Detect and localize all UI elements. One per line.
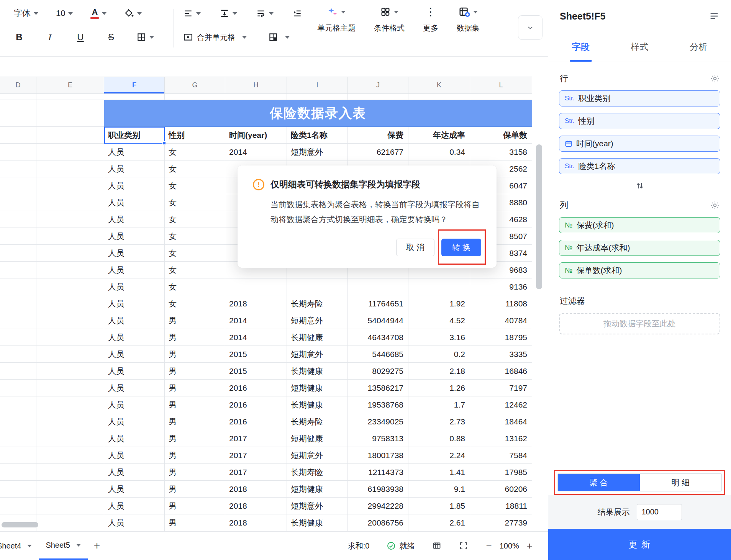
aggregate-toggle-button[interactable]: 聚 合 <box>558 474 640 491</box>
detail-toggle-button[interactable]: 明 细 <box>640 474 722 491</box>
menu-icon[interactable] <box>709 11 720 21</box>
row-field-pill[interactable]: 时间(year) <box>559 136 720 152</box>
cell[interactable] <box>225 94 287 100</box>
row-field-pill[interactable]: Str.险类1名称 <box>559 158 720 174</box>
cell[interactable] <box>0 329 36 346</box>
cell[interactable]: 人员 <box>104 447 165 464</box>
cell[interactable]: 男 <box>165 413 225 430</box>
cell[interactable]: 职业类别 <box>104 127 165 144</box>
gear-icon[interactable] <box>710 201 720 210</box>
zoom-out-button[interactable]: − <box>486 541 492 551</box>
column-field-pill[interactable]: №保费(求和) <box>559 217 720 233</box>
cell[interactable] <box>0 430 36 447</box>
cell[interactable]: 11764651 <box>348 295 408 312</box>
cell[interactable]: 时间(year) <box>225 127 287 144</box>
cell[interactable]: 男 <box>165 346 225 363</box>
cell[interactable] <box>36 396 104 413</box>
cell[interactable]: 18464 <box>470 413 532 430</box>
cell[interactable]: 1.7 <box>408 396 470 413</box>
cell[interactable] <box>470 94 532 100</box>
cell[interactable]: 621677 <box>348 144 408 160</box>
cell[interactable]: 13586217 <box>348 380 408 396</box>
row-field-pill[interactable]: Str.性别 <box>559 113 720 129</box>
cell[interactable]: 61983938 <box>348 481 408 498</box>
cell[interactable]: 女 <box>165 177 225 194</box>
cell[interactable] <box>0 278 36 295</box>
cell[interactable] <box>408 278 470 295</box>
cell[interactable]: 2016 <box>225 413 287 430</box>
cell[interactable]: 2017 <box>225 447 287 464</box>
tab-analysis[interactable]: 分析 <box>669 32 728 62</box>
cell[interactable]: 18795 <box>470 329 532 346</box>
cell[interactable] <box>36 278 104 295</box>
borders-button[interactable] <box>133 28 157 46</box>
cell[interactable] <box>0 396 36 413</box>
indent-button[interactable] <box>289 5 305 22</box>
filter-dropzone[interactable]: 拖动数据字段至此处 <box>559 313 720 334</box>
cell[interactable] <box>287 94 348 100</box>
cell[interactable] <box>348 94 408 100</box>
cell[interactable]: 3335 <box>470 346 532 363</box>
cell[interactable]: 9136 <box>470 278 532 295</box>
cell[interactable]: 23349025 <box>348 413 408 430</box>
cell[interactable]: 人员 <box>104 363 165 380</box>
cell[interactable] <box>287 278 348 295</box>
cell[interactable]: 1.92 <box>408 295 470 312</box>
cell[interactable] <box>348 278 408 295</box>
tab-style[interactable]: 样式 <box>610 32 669 62</box>
cell[interactable]: 人员 <box>104 144 165 160</box>
table-style-button[interactable] <box>265 28 293 46</box>
cell[interactable]: 年达成率 <box>408 127 470 144</box>
convert-button[interactable]: 转 换 <box>441 239 481 256</box>
cell[interactable]: 1.41 <box>408 464 470 481</box>
cell[interactable]: 60206 <box>470 481 532 498</box>
cell[interactable] <box>225 278 287 295</box>
cell[interactable]: 人员 <box>104 514 165 531</box>
cell[interactable]: 12462 <box>470 396 532 413</box>
cell[interactable] <box>36 127 104 144</box>
cell[interactable]: 男 <box>165 514 225 531</box>
cell[interactable]: 男 <box>165 380 225 396</box>
cell[interactable]: 长期寿险 <box>287 295 348 312</box>
cell[interactable]: 长期健康 <box>287 514 348 531</box>
cell[interactable]: 人员 <box>104 194 165 211</box>
cell[interactable]: 12114373 <box>348 464 408 481</box>
cell[interactable]: 女 <box>165 194 225 211</box>
cell[interactable]: 男 <box>165 464 225 481</box>
tab-fields[interactable]: 字段 <box>551 32 610 62</box>
cell[interactable]: 40784 <box>470 312 532 329</box>
cell[interactable]: 27739 <box>470 514 532 531</box>
cell[interactable] <box>0 94 36 100</box>
cell[interactable]: 人员 <box>104 228 165 245</box>
cell[interactable] <box>0 380 36 396</box>
cell-theme-button[interactable]: 单元格主题 <box>317 5 356 33</box>
cell[interactable]: 2.61 <box>408 514 470 531</box>
bold-button[interactable]: B <box>11 28 28 46</box>
cell[interactable]: 2.73 <box>408 413 470 430</box>
column-field-pill[interactable]: №保单数(求和) <box>559 262 720 278</box>
cell[interactable] <box>36 430 104 447</box>
cell[interactable]: 9.1 <box>408 481 470 498</box>
cell[interactable]: 1.85 <box>408 498 470 514</box>
cell[interactable] <box>36 245 104 262</box>
cell[interactable]: 女 <box>165 211 225 228</box>
cell[interactable]: 人员 <box>104 329 165 346</box>
cell[interactable] <box>36 94 104 100</box>
cell[interactable]: 2018 <box>225 498 287 514</box>
cell[interactable]: 7197 <box>470 380 532 396</box>
cell[interactable]: 18811 <box>470 498 532 514</box>
fullscreen-icon[interactable] <box>459 541 468 550</box>
cell[interactable] <box>36 380 104 396</box>
cell[interactable]: 2018 <box>225 514 287 531</box>
cell[interactable]: 2014 <box>225 312 287 329</box>
cell[interactable]: 2016 <box>225 396 287 413</box>
cell[interactable]: 2017 <box>225 464 287 481</box>
cell[interactable] <box>0 363 36 380</box>
cell[interactable]: 18001738 <box>348 447 408 464</box>
cell[interactable]: 0.88 <box>408 430 470 447</box>
cell[interactable] <box>165 94 225 100</box>
cell[interactable]: 人员 <box>104 498 165 514</box>
swap-icon[interactable] <box>559 181 720 190</box>
cell[interactable] <box>0 295 36 312</box>
cell[interactable]: 11808 <box>470 295 532 312</box>
